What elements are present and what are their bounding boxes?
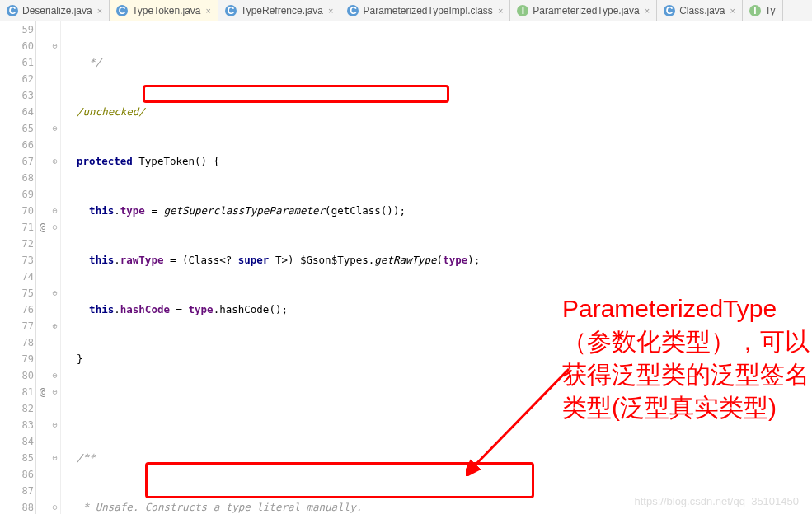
close-icon[interactable]: × [328,6,333,16]
close-icon[interactable]: × [97,6,102,16]
editor-tabs: CDeserialize.java× CTypeToken.java× CTyp… [0,0,812,21]
fold-gutter: ⊖⊖⊕⊖⊖⊖⊕⊖⊖⊖⊖⊖ [49,21,61,514]
close-icon[interactable]: × [498,6,503,16]
code-text: /unchecked/ [77,105,145,118]
close-icon[interactable]: × [645,6,650,16]
interface-icon: I [517,5,528,16]
class-icon: C [116,5,128,16]
tab-ty[interactable]: ITy [743,0,783,21]
code-text: */ [83,56,102,68]
tab-parameterizedtypeimpl[interactable]: CParameterizedTypeImpl.class× [340,0,510,21]
close-icon[interactable]: × [730,6,735,16]
class-icon: C [7,5,18,16]
code-area[interactable]: */ /unchecked/ protected TypeToken() { t… [61,21,812,514]
class-icon: C [225,5,237,16]
class-icon: C [347,5,359,16]
interface-icon: I [749,5,761,16]
code-editor[interactable]: 5960616263646566676869707172737475767778… [0,21,812,514]
tab-class[interactable]: CClass.java× [657,0,743,21]
gutter-marks: @@ [36,21,49,514]
tab-parameterizedtype[interactable]: IParameterizedType.java× [510,0,657,21]
tab-typerefrence[interactable]: CTypeRefrence.java× [218,0,341,21]
class-icon: C [664,5,675,16]
tab-typetoken[interactable]: CTypeToken.java× [110,0,218,21]
tab-deserialize[interactable]: CDeserialize.java× [0,0,110,21]
line-number-gutter: 5960616263646566676869707172737475767778… [0,21,36,514]
close-icon[interactable]: × [206,6,211,16]
